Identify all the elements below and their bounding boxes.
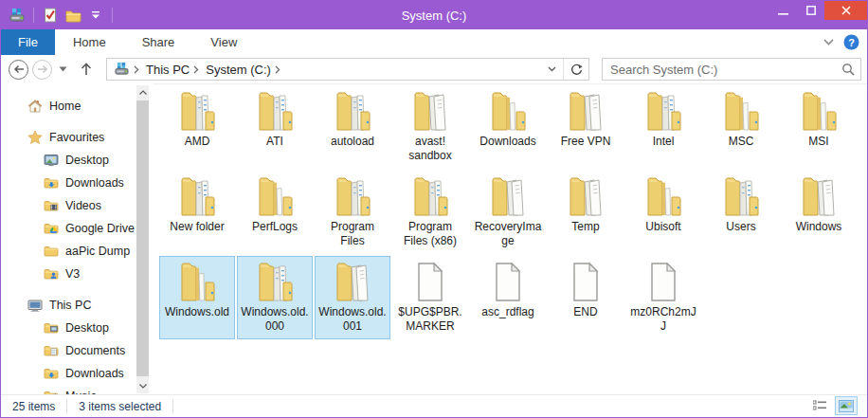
new-folder-icon[interactable]: [63, 7, 82, 24]
selected-count: 3 items selected: [67, 400, 172, 413]
file-item-label: PerfLogs: [252, 220, 298, 234]
folder-docs-icon: [44, 343, 59, 358]
refresh-icon[interactable]: [564, 59, 588, 80]
tab-share[interactable]: Share: [124, 29, 193, 55]
file-item-perflogs[interactable]: PerfLogs: [237, 171, 313, 254]
file-item-msc[interactable]: MSC: [703, 85, 779, 169]
file-item-mz0rch2mjj[interactable]: mz0RCh2mJJ: [625, 256, 701, 339]
file-item-windows-old-001[interactable]: Windows.old.001: [315, 256, 390, 339]
sidebar-item-label: Videos: [65, 199, 101, 212]
file-item-windows-old[interactable]: Windows.old: [159, 256, 235, 339]
file-item-label: Program Files: [317, 220, 388, 248]
file-item-label: Windows: [796, 220, 842, 234]
customize-toolbar-chevron-icon[interactable]: [86, 7, 105, 24]
folder-gdrive-icon: [44, 221, 59, 236]
sidebar-item-v3[interactable]: V3: [1, 263, 153, 285]
file-item-recoveryimage[interactable]: RecoveryImage: [470, 171, 546, 254]
back-button[interactable]: [9, 60, 28, 80]
sidebar-item-desktop[interactable]: Desktop: [1, 317, 153, 339]
help-icon[interactable]: ?: [843, 34, 859, 50]
sidebar-scrollbar[interactable]: [136, 85, 149, 393]
up-button[interactable]: [80, 63, 93, 76]
folder-full-icon: [330, 173, 375, 219]
breadcrumb-trailing-chevron[interactable]: [273, 59, 282, 80]
file-item-windows-old-000[interactable]: Windows.old.000: [237, 256, 313, 339]
file-item-label: Users: [726, 220, 755, 234]
sidebar-item-this-pc[interactable]: This PC: [1, 294, 153, 317]
folder-download-icon: [44, 366, 59, 381]
sidebar-item-label: Documents: [65, 344, 125, 357]
sidebar-item-downloads[interactable]: Downloads: [1, 362, 153, 385]
search-box[interactable]: [602, 58, 861, 81]
folder-desktop-icon: [44, 320, 59, 336]
folder-pages-icon: [407, 88, 453, 134]
sidebar-item-favourites[interactable]: Favourites: [1, 126, 153, 149]
file-item-temp[interactable]: Temp: [548, 171, 624, 254]
scrollbar-thumb[interactable]: [136, 100, 149, 376]
file-item-ati[interactable]: ATI: [237, 85, 313, 169]
sidebar-item-aapic-dump[interactable]: aaPic Dump: [1, 240, 153, 263]
address-dropdown-chevron-icon[interactable]: [540, 59, 564, 80]
file-item-intel[interactable]: Intel: [625, 85, 701, 169]
star-icon: [27, 130, 43, 145]
sidebar-item-label: This PC: [49, 299, 91, 312]
file-item-program-files[interactable]: Program Files: [315, 171, 390, 254]
folder-pages-icon: [330, 259, 375, 304]
tab-home[interactable]: Home: [55, 29, 124, 55]
address-bar[interactable]: This PC System (C:): [106, 58, 589, 81]
folder-full-icon: [252, 259, 298, 304]
file-item-new-folder[interactable]: New folder: [159, 171, 235, 254]
ribbon-tab-bar: FileHomeShareView ?: [1, 29, 867, 56]
breadcrumb-system-c[interactable]: System (C:): [191, 59, 273, 80]
scroll-up-icon[interactable]: [136, 85, 149, 100]
file-item-program-files-x86[interactable]: Program Files (x86): [392, 171, 468, 254]
large-icons-view-button[interactable]: [835, 396, 858, 415]
search-icon[interactable]: [836, 63, 860, 76]
sidebar-item-desktop[interactable]: Desktop: [1, 149, 153, 172]
file-item-upg-pbr-marker[interactable]: $UPG$PBR.MARKER: [392, 256, 468, 339]
file-list: AMD ATI autoload avast! sandbox Download: [158, 85, 859, 341]
search-input[interactable]: [603, 63, 836, 77]
sidebar-item-label: V3: [65, 267, 80, 281]
file-item-windows[interactable]: Windows: [781, 171, 857, 254]
properties-icon[interactable]: [41, 7, 60, 24]
file-item-label: Free VPN: [561, 135, 611, 149]
file-item-asc-rdflag[interactable]: asc_rdflag: [470, 256, 546, 339]
ribbon-tabs: FileHomeShareView: [1, 29, 255, 55]
sidebar-item-label: Home: [49, 100, 81, 113]
recent-locations-chevron-icon[interactable]: [59, 66, 67, 72]
tab-file[interactable]: File: [1, 29, 55, 55]
sidebar-item-label: aaPic Dump: [65, 245, 130, 258]
forward-button[interactable]: [32, 60, 52, 80]
file-item-free-vpn[interactable]: Free VPN: [548, 85, 624, 169]
file-item-users[interactable]: Users: [703, 171, 779, 254]
file-item-label: Windows.old: [165, 305, 229, 319]
tab-view[interactable]: View: [192, 29, 255, 55]
explorer-window: { "colors": { "titlebar_purple": "#9A5BD…: [0, 0, 868, 418]
file-item-label: avast! sandbox: [395, 135, 465, 163]
close-button[interactable]: [824, 1, 867, 20]
folder-pages-icon: [563, 88, 608, 134]
file-item-amd[interactable]: AMD: [159, 85, 235, 169]
file-item-downloads[interactable]: Downloads: [470, 85, 546, 169]
file-item-autoload[interactable]: autoload: [315, 85, 390, 169]
file-item-avast-sandbox[interactable]: avast! sandbox: [392, 85, 468, 169]
minimize-button[interactable]: [769, 1, 797, 20]
navigation-pane: Home Favourites Desktop Downloads Videos…: [1, 83, 153, 395]
sidebar-item-downloads[interactable]: Downloads: [1, 172, 153, 194]
sidebar-item-documents[interactable]: Documents: [1, 339, 153, 362]
sidebar-item-home[interactable]: Home: [1, 95, 153, 118]
file-item-msi[interactable]: MSI: [781, 85, 857, 169]
breadcrumb-this-pc[interactable]: This PC: [132, 59, 191, 80]
expand-ribbon-chevron-icon[interactable]: [823, 39, 834, 45]
maximize-button[interactable]: [797, 1, 824, 20]
sidebar-item-google-drive[interactable]: Google Drive: [1, 217, 153, 240]
folder-full-icon: [174, 173, 220, 219]
folder-full-icon: [174, 88, 220, 134]
details-view-button[interactable]: [808, 396, 831, 415]
file-item-end[interactable]: END: [548, 256, 624, 339]
scroll-down-icon[interactable]: [136, 379, 149, 393]
home-icon: [27, 99, 43, 114]
sidebar-item-videos[interactable]: Videos: [1, 194, 153, 217]
file-item-ubisoft[interactable]: Ubisoft: [625, 171, 701, 254]
